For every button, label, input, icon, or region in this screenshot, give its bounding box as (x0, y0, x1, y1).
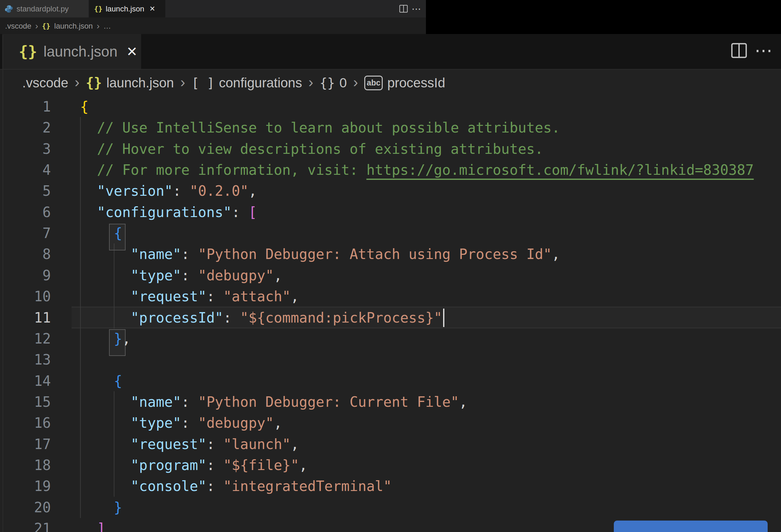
line-number: 14 (0, 370, 51, 392)
line-number: 13 (0, 349, 51, 370)
tab-label: standardplot.py (16, 4, 69, 13)
tab-launch-json-large[interactable]: {} launch.json ✕ (2, 34, 141, 69)
close-tab-icon[interactable]: ✕ (150, 5, 155, 13)
text-cursor (443, 309, 444, 327)
line-content: "name": "Python Debugger: Attach using P… (80, 243, 560, 265)
line-content: "type": "debugpy", (80, 412, 282, 434)
more-actions-icon[interactable]: ⋯ (412, 4, 422, 14)
breadcrumb-file[interactable]: launch.json (54, 22, 93, 31)
breadcrumb-item-launchjson[interactable]: {}launch.json (86, 75, 174, 91)
more-actions-icon[interactable]: ⋯ (754, 42, 774, 59)
line-content: "request": "attach", (80, 286, 299, 307)
code-line-2: 2 // Use IntelliSense to learn about pos… (0, 117, 781, 138)
breadcrumb-small: .vscode › {} launch.json › … (0, 17, 426, 34)
line-content: // Hover to view descriptions of existin… (80, 138, 543, 160)
breadcrumb-label: configurations (219, 75, 302, 91)
chevron-right-icon: › (35, 21, 38, 31)
editor-actions-large: ⋯ (731, 42, 774, 59)
line-number: 18 (0, 454, 51, 476)
line-content: "version": "0.2.0", (80, 180, 257, 202)
breadcrumb-label: launch.json (107, 75, 174, 91)
breadcrumb-item-configurations[interactable]: [ ]configurations (191, 75, 302, 91)
line-number: 10 (0, 286, 51, 307)
tab-launch-json[interactable]: {} launch.json ✕ (89, 0, 165, 17)
json-braces-icon: {} (94, 5, 103, 13)
code-line-3: 3 // Hover to view descriptions of exist… (0, 138, 781, 160)
code-line-19: 19 "console": "integratedTerminal" (0, 476, 781, 497)
code-line-6: 6 "configurations": [ (0, 202, 781, 223)
string-symbol-icon: abc (364, 76, 383, 90)
code-line-16: 16 "type": "debugpy", (0, 412, 781, 434)
line-number: 5 (0, 180, 51, 202)
line-number: 16 (0, 412, 51, 434)
code-line-12: 12 }, (0, 328, 781, 349)
breadcrumb-label: .vscode (22, 75, 68, 91)
code-line-9: 9 "type": "debugpy", (0, 265, 781, 286)
big-tab-bar: {} launch.json ✕ ⋯ (0, 34, 781, 70)
line-number: 21 (0, 518, 51, 532)
python-icon (4, 4, 13, 13)
breadcrumb-item-0[interactable]: {}0 (320, 75, 347, 91)
line-number: 8 (0, 243, 51, 265)
add-configuration-button[interactable] (614, 521, 768, 532)
breadcrumb-item-vscode[interactable]: .vscode (22, 75, 68, 91)
code-line-15: 15 "name": "Python Debugger: Current Fil… (0, 391, 781, 412)
tab-standardplot-py[interactable]: standardplot.py (0, 0, 89, 17)
code-line-10: 10 "request": "attach", (0, 286, 781, 307)
chevron-right-icon: › (353, 73, 358, 91)
code-line-8: 8 "name": "Python Debugger: Attach using… (0, 243, 781, 265)
code-line-7: 7 { (0, 222, 781, 244)
chevron-right-icon: › (97, 21, 99, 31)
line-number: 6 (0, 202, 51, 223)
braces-symbol-icon: {} (320, 76, 335, 90)
line-content: { (80, 222, 122, 244)
code-line-1: 1{ (0, 96, 781, 117)
line-content: // Use IntelliSense to learn about possi… (80, 117, 560, 138)
close-tab-icon[interactable]: ✕ (126, 44, 138, 59)
code-line-18: 18 "program": "${file}", (0, 454, 781, 476)
code-line-11: 11 "processId": "${command:pickProcess}" (0, 307, 781, 328)
breadcrumb-collapsed[interactable]: … (103, 22, 111, 31)
line-number: 7 (0, 222, 51, 244)
breadcrumb-large: .vscode›{}launch.json›[ ]configurations›… (0, 70, 781, 96)
tab-label: launch.json (44, 43, 118, 60)
line-content: ] (80, 518, 105, 532)
code-line-4: 4 // For more information, visit: https:… (0, 159, 781, 180)
code-line-17: 17 "request": "launch", (0, 434, 781, 455)
code-line-14: 14 { (0, 370, 781, 392)
code-line-13: 13 (0, 349, 781, 370)
breadcrumb-label: 0 (339, 75, 347, 91)
breadcrumb-label: processId (387, 75, 445, 91)
line-content: "console": "integratedTerminal" (80, 476, 392, 497)
tab-label: launch.json (106, 4, 144, 13)
line-number: 15 (0, 391, 51, 412)
line-content: // For more information, visit: https://… (80, 159, 754, 180)
line-content: "request": "launch", (80, 434, 299, 455)
line-number: 1 (0, 96, 51, 117)
line-number: 3 (0, 138, 51, 160)
chevron-right-icon: › (180, 73, 185, 91)
line-number: 12 (0, 328, 51, 349)
black-unrendered-region (426, 0, 781, 34)
line-content: } (80, 497, 122, 518)
breadcrumb-item-processid[interactable]: abcprocessId (364, 75, 445, 91)
line-content: "configurations": [ (80, 202, 257, 223)
chevron-right-icon: › (75, 73, 79, 91)
json-braces-icon: {} (19, 43, 37, 60)
array-symbol-icon: [ ] (191, 76, 214, 90)
split-editor-icon[interactable] (731, 43, 747, 58)
line-number: 9 (0, 265, 51, 286)
line-content: { (80, 96, 89, 117)
line-number: 4 (0, 159, 51, 180)
braces-symbol-icon: {} (86, 75, 102, 91)
vscode-window: standardplot.py {} launch.json ✕ ⋯ .vsco… (0, 0, 781, 532)
line-content: "name": "Python Debugger: Current File", (80, 391, 467, 412)
line-content: }, (80, 328, 131, 349)
code-editor[interactable]: 1{2 // Use IntelliSense to learn about p… (0, 96, 781, 532)
line-number: 20 (0, 497, 51, 518)
breadcrumb-folder[interactable]: .vscode (5, 22, 32, 31)
line-content: "processId": "${command:pickProcess}" (80, 307, 442, 328)
editor-actions-small: ⋯ (399, 0, 426, 17)
line-number: 19 (0, 476, 51, 497)
split-editor-icon[interactable] (399, 5, 408, 13)
